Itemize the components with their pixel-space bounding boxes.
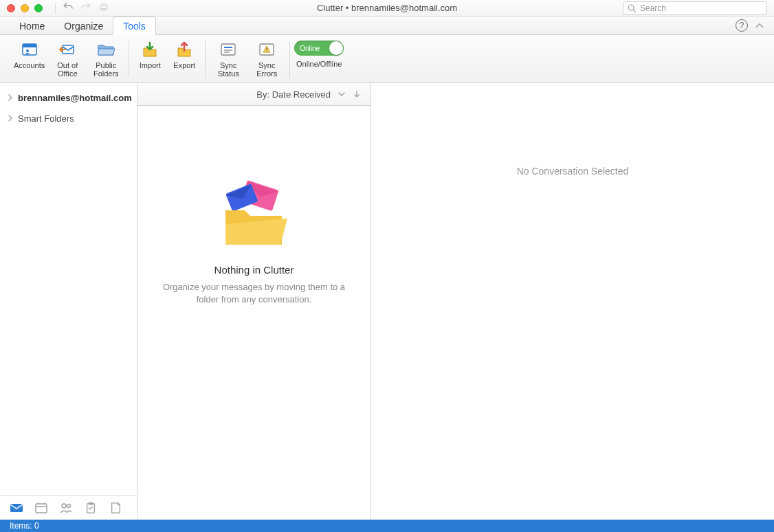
message-list-header[interactable]: By: Date Received xyxy=(137,83,371,106)
out-of-office-button[interactable]: Out of Office xyxy=(52,38,83,78)
calendar-nav-icon[interactable] xyxy=(34,502,48,514)
print-icon[interactable] xyxy=(98,1,109,14)
chevron-right-icon xyxy=(7,94,14,101)
help-icon[interactable]: ? xyxy=(736,19,748,32)
empty-folder-illustration xyxy=(213,175,296,250)
qat-separator xyxy=(55,3,56,14)
out-of-office-label: Out of Office xyxy=(52,61,83,78)
navigation-bar xyxy=(0,495,137,520)
tab-tools[interactable]: Tools xyxy=(113,16,156,35)
no-selection-text: No Conversation Selected xyxy=(517,166,629,177)
toggle-knob xyxy=(329,41,343,55)
tab-organize[interactable]: Organize xyxy=(54,17,113,34)
sort-direction-icon[interactable] xyxy=(353,90,361,98)
ribbon-group-import-export: Import Export xyxy=(129,38,205,80)
window-controls xyxy=(7,4,43,12)
sync-errors-label: Sync Errors xyxy=(251,61,283,78)
empty-body: Organize your messages by moving them to… xyxy=(162,281,347,306)
folder-tree: brennamiles@hotmail.com Smart Folders xyxy=(0,83,137,495)
svg-rect-6 xyxy=(23,44,36,47)
search-field[interactable] xyxy=(623,1,767,15)
minimize-window-button[interactable] xyxy=(21,4,29,12)
notes-nav-icon[interactable] xyxy=(109,502,122,514)
svg-line-4 xyxy=(633,10,635,12)
svg-rect-9 xyxy=(221,44,235,55)
svg-rect-17 xyxy=(36,504,47,513)
svg-rect-16 xyxy=(10,504,23,512)
public-folders-icon xyxy=(95,39,117,60)
chevron-down-icon[interactable] xyxy=(338,90,346,98)
sidebar-item-label: Smart Folders xyxy=(18,113,74,124)
quick-access-toolbar xyxy=(55,1,109,14)
sidebar: brennamiles@hotmail.com Smart Folders xyxy=(0,83,137,520)
close-window-button[interactable] xyxy=(7,4,15,12)
status-bar: Items: 0 xyxy=(0,520,774,532)
online-toggle[interactable]: Online xyxy=(294,41,344,56)
public-folders-label: Public Folders xyxy=(90,61,122,78)
tasks-nav-icon[interactable] xyxy=(84,502,98,514)
svg-rect-1 xyxy=(102,3,106,5)
sync-status-label: Sync Status xyxy=(212,61,244,78)
public-folders-button[interactable]: Public Folders xyxy=(90,38,122,78)
main-area: brennamiles@hotmail.com Smart Folders By… xyxy=(0,83,774,520)
chevron-right-icon xyxy=(7,115,14,122)
message-list-pane: By: Date Received No xyxy=(137,83,371,520)
undo-icon[interactable] xyxy=(63,1,74,14)
empty-title: Nothing in Clutter xyxy=(214,264,294,276)
collapse-ribbon-icon[interactable] xyxy=(755,21,764,30)
export-button[interactable]: Export xyxy=(170,38,198,69)
online-toggle-caption: Online/Offline xyxy=(296,60,342,68)
sort-label: By: Date Received xyxy=(256,89,331,100)
ribbon-tabs: Home Organize Tools ? xyxy=(0,16,774,35)
titlebar: Clutter • brennamiles@hotmail.com xyxy=(0,0,774,16)
export-icon xyxy=(173,39,195,60)
ribbon-group-accounts: Accounts Out of Office Public Folders xyxy=(7,38,129,80)
import-label: Import xyxy=(140,61,161,69)
people-nav-icon[interactable] xyxy=(59,502,73,514)
svg-point-22 xyxy=(67,504,71,507)
import-button[interactable]: Import xyxy=(136,38,164,69)
ribbon: Accounts Out of Office Public Folders Im… xyxy=(0,35,774,83)
svg-point-15 xyxy=(266,51,267,52)
import-icon xyxy=(139,39,161,60)
sidebar-item-account[interactable]: brennamiles@hotmail.com xyxy=(0,87,137,108)
sync-errors-icon xyxy=(256,39,278,60)
accounts-button[interactable]: Accounts xyxy=(14,38,45,69)
search-input[interactable] xyxy=(623,1,767,15)
svg-point-7 xyxy=(26,49,29,52)
search-icon xyxy=(627,3,637,13)
mail-nav-icon[interactable] xyxy=(10,502,23,514)
sync-status-button[interactable]: Sync Status xyxy=(212,38,244,78)
status-items-count: Items: 0 xyxy=(10,521,39,531)
window-title: Clutter • brennamiles@hotmail.com xyxy=(317,3,457,13)
sidebar-item-label: brennamiles@hotmail.com xyxy=(18,93,132,103)
online-offline-toggle-group: Online Online/Offline xyxy=(294,38,344,68)
ribbon-separator xyxy=(289,41,290,78)
accounts-icon xyxy=(19,39,41,60)
svg-point-21 xyxy=(62,504,66,508)
accounts-label: Accounts xyxy=(14,61,45,69)
sync-errors-button[interactable]: Sync Errors xyxy=(251,38,283,78)
reading-pane: No Conversation Selected xyxy=(371,83,774,520)
sync-status-icon xyxy=(217,39,239,60)
tab-home[interactable]: Home xyxy=(10,17,54,34)
out-of-office-icon xyxy=(56,39,78,60)
zoom-window-button[interactable] xyxy=(34,4,43,12)
sidebar-item-smart-folders[interactable]: Smart Folders xyxy=(0,108,137,129)
online-toggle-label: Online xyxy=(300,45,320,52)
export-label: Export xyxy=(173,61,195,69)
redo-icon[interactable] xyxy=(80,1,91,14)
empty-state: Nothing in Clutter Organize your message… xyxy=(137,106,371,520)
ribbon-group-sync: Sync Status Sync Errors xyxy=(206,38,289,80)
